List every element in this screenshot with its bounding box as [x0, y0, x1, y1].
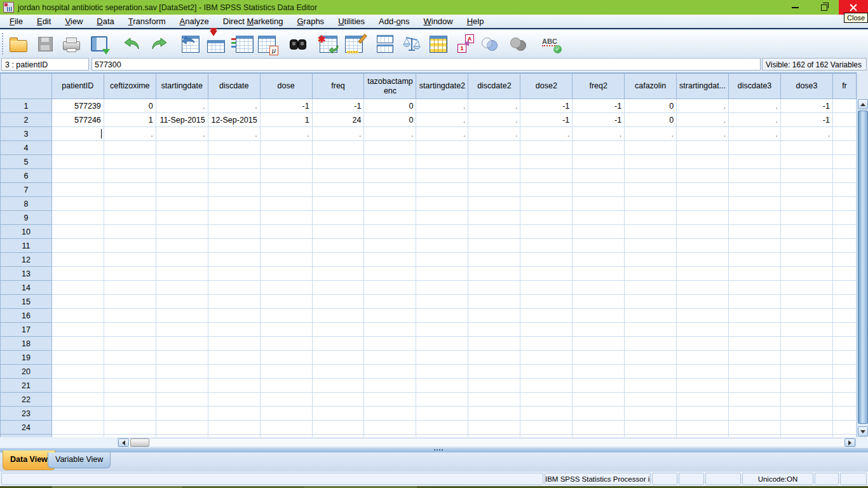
cell-r10-c6[interactable]	[312, 225, 364, 239]
cell-r24-c1[interactable]	[51, 421, 104, 435]
use-variable-sets-icon[interactable]	[478, 32, 502, 55]
cell-r15-c14[interactable]	[729, 295, 781, 309]
cell-r13-c3[interactable]	[156, 267, 208, 281]
cell-r13-c10[interactable]	[520, 267, 573, 281]
cell-r19-c2[interactable]	[104, 351, 156, 365]
cell-r12-c14[interactable]	[729, 253, 781, 267]
cell-r8-c3[interactable]	[156, 197, 208, 211]
cell-r20-c16[interactable]	[832, 365, 856, 379]
cell-r11-c16[interactable]	[832, 239, 856, 253]
cell-r4-c13[interactable]	[677, 141, 729, 155]
cell-r8-c1[interactable]	[51, 197, 104, 211]
cell-r19-c14[interactable]	[729, 351, 781, 365]
cell-r3-c15[interactable]: .	[781, 127, 833, 141]
cell-r9-c13[interactable]	[677, 211, 729, 225]
cell-r11-c5[interactable]	[260, 239, 312, 253]
cell-r17-c15[interactable]	[781, 323, 833, 337]
cell-r16-c16[interactable]	[832, 309, 856, 323]
open-data-document-icon[interactable]	[6, 32, 31, 55]
cell-r23-c7[interactable]	[364, 407, 416, 421]
menu-direct-marketing[interactable]: Direct Marketing	[216, 15, 290, 28]
cell-r13-c5[interactable]	[260, 267, 312, 281]
cell-r9-c2[interactable]	[104, 211, 156, 225]
cell-r15-c8[interactable]	[416, 295, 468, 309]
cell-r4-c15[interactable]	[781, 141, 833, 155]
cell-r21-c2[interactable]	[104, 379, 156, 393]
cell-r24-c14[interactable]	[729, 421, 781, 435]
cell-r22-c4[interactable]	[208, 393, 260, 407]
cell-r3-c5[interactable]: .	[260, 127, 312, 141]
cell-r22-c2[interactable]	[104, 393, 156, 407]
cell-r5-c2[interactable]	[104, 155, 156, 169]
cell-r11-c10[interactable]	[520, 239, 573, 253]
cell-r4-c5[interactable]	[260, 141, 312, 155]
cell-r12-c13[interactable]	[677, 253, 729, 267]
row-header-23[interactable]: 23	[1, 407, 52, 421]
row-header-15[interactable]: 15	[1, 295, 52, 309]
cell-r19-c5[interactable]	[260, 351, 312, 365]
cell-r1-c4[interactable]: .	[208, 99, 260, 113]
cell-r8-c13[interactable]	[677, 197, 729, 211]
cell-r20-c11[interactable]	[573, 365, 625, 379]
cell-r3-c8[interactable]: .	[416, 127, 468, 141]
cell-r15-c4[interactable]	[208, 295, 260, 309]
cell-r22-c15[interactable]	[781, 393, 833, 407]
cell-r15-c13[interactable]	[677, 295, 729, 309]
menu-graphs[interactable]: Graphs	[290, 15, 331, 28]
cell-r18-c5[interactable]	[260, 337, 312, 351]
cell-r24-c12[interactable]	[625, 421, 677, 435]
row-header-21[interactable]: 21	[1, 379, 52, 393]
cell-r4-c1[interactable]	[51, 141, 104, 155]
cell-r13-c11[interactable]	[573, 267, 625, 281]
column-header-ceftizoxime[interactable]: ceftizoxime	[104, 74, 156, 99]
cell-r7-c12[interactable]	[625, 183, 677, 197]
cell-r20-c9[interactable]	[468, 365, 520, 379]
cell-r11-c4[interactable]	[208, 239, 260, 253]
cell-r20-c10[interactable]	[520, 365, 573, 379]
cell-r4-c12[interactable]	[625, 141, 677, 155]
cell-r23-c2[interactable]	[104, 407, 156, 421]
cell-r1-c10[interactable]: -1	[520, 99, 573, 113]
cell-r16-c10[interactable]	[520, 309, 573, 323]
row-header-13[interactable]: 13	[1, 267, 52, 281]
cell-r14-c3[interactable]	[156, 281, 208, 295]
cell-r12-c7[interactable]	[364, 253, 416, 267]
cell-r12-c15[interactable]	[781, 253, 833, 267]
cell-r10-c10[interactable]	[520, 225, 573, 239]
cell-r16-c7[interactable]	[364, 309, 416, 323]
cell-r13-c8[interactable]	[416, 267, 468, 281]
cell-r2-c8[interactable]: .	[416, 113, 468, 127]
cell-r3-c2[interactable]: .	[104, 127, 156, 141]
cell-r21-c14[interactable]	[729, 379, 781, 393]
column-header-fr[interactable]: fr	[832, 74, 856, 99]
cell-r8-c7[interactable]	[364, 197, 416, 211]
cell-r20-c2[interactable]	[104, 365, 156, 379]
cell-r20-c15[interactable]	[781, 365, 833, 379]
pane-splitter[interactable]	[0, 448, 868, 452]
cell-r18-c6[interactable]	[312, 337, 364, 351]
menu-edit[interactable]: Edit	[30, 15, 58, 28]
cell-r6-c7[interactable]	[364, 169, 416, 183]
cell-r5-c7[interactable]	[364, 155, 416, 169]
cell-r24-c7[interactable]	[364, 421, 416, 435]
row-header-4[interactable]: 4	[1, 141, 52, 155]
cell-r2-c14[interactable]: .	[729, 113, 781, 127]
restore-button[interactable]	[810, 0, 839, 15]
menu-add-ons[interactable]: Add-ons	[372, 15, 416, 28]
cell-r3-c9[interactable]: .	[468, 127, 520, 141]
cell-r10-c12[interactable]	[625, 225, 677, 239]
cell-r22-c5[interactable]	[260, 393, 312, 407]
row-header-7[interactable]: 7	[1, 183, 52, 197]
cell-r1-c5[interactable]: -1	[260, 99, 312, 113]
descriptive-statistics-icon[interactable]: μ	[255, 32, 279, 55]
cell-r23-c10[interactable]	[520, 407, 573, 421]
cell-r23-c4[interactable]	[208, 407, 260, 421]
cell-r23-c15[interactable]	[781, 407, 833, 421]
row-header-8[interactable]: 8	[1, 197, 52, 211]
cell-r22-c12[interactable]	[625, 393, 677, 407]
cell-r11-c15[interactable]	[781, 239, 833, 253]
cell-r14-c9[interactable]	[468, 281, 520, 295]
cell-r12-c4[interactable]	[208, 253, 260, 267]
cell-r21-c16[interactable]	[832, 379, 856, 393]
cell-r5-c10[interactable]	[520, 155, 573, 169]
